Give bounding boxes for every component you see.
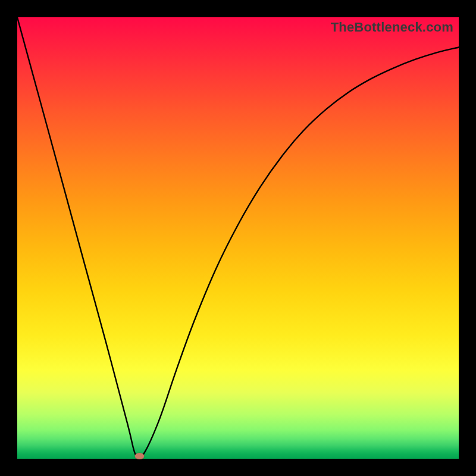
curve-svg [17,17,459,459]
plot-area: TheBottleneck.com [17,17,459,459]
chart-frame: TheBottleneck.com [0,0,476,476]
bottleneck-curve [17,17,459,459]
min-point-marker [135,453,145,459]
